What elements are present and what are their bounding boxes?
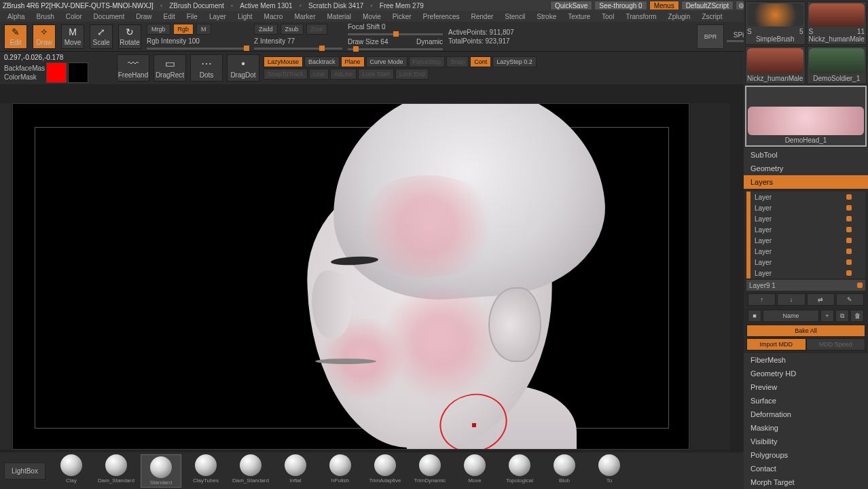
menu-render[interactable]: Render [467,13,499,20]
menu-document[interactable]: Document [89,13,130,20]
brush-clay[interactable]: Clay [51,454,92,488]
line-button[interactable]: Line [309,69,329,79]
lockend-button[interactable]: Lock End [395,69,429,79]
dragrect-stroke-button[interactable]: ▭DragRect [153,54,186,82]
section-surface[interactable]: Surface [744,394,868,408]
focal-shift-slider[interactable] [348,33,443,35]
lazymouse-button[interactable]: LazyMouse [264,56,303,67]
section-fibermesh[interactable]: FiberMesh [744,353,868,367]
layer-dup-button[interactable]: ⧉ [835,310,849,322]
section-geometry[interactable]: Geometry [744,162,868,175]
menu-zplugin[interactable]: Zplugin [664,13,695,20]
bake-all-button[interactable]: Bake All [746,325,865,337]
tool-thumb-demosoldier[interactable]: DemoSoldier_1 [807,46,867,84]
dragdot-stroke-button[interactable]: •DragDot [227,54,259,82]
menu-layer[interactable]: Layer [204,13,231,20]
dots-stroke-button[interactable]: ⋯Dots [190,54,223,82]
section-subtool[interactable]: SubTool [744,148,868,162]
left-gutter[interactable] [0,103,11,450]
lazystep-slider[interactable]: LazyStep 0.2 [492,56,537,67]
menu-picker[interactable]: Picker [388,13,416,20]
rotate-mode-button[interactable]: ↻Rotate [118,24,141,49]
forcestep-button[interactable]: ForceStep [409,56,446,67]
default-zscript[interactable]: DefaultZScript [681,1,734,10]
z-intensity-slider[interactable] [254,48,342,50]
brush-inflat[interactable]: Inflat [275,454,316,488]
layer-row[interactable]: Layer [746,268,865,278]
foreground-color-swatch[interactable] [46,62,67,83]
asline-button[interactable]: AsLine [330,69,357,79]
menu-brush[interactable]: Brush [32,13,59,20]
snaptotrack-button[interactable]: SnapToTrack [264,69,308,79]
section-polygroups[interactable]: Polygroups [744,448,868,462]
layer-row[interactable]: Layer [746,257,865,268]
edit-mode-button[interactable]: ✎Edit [4,24,27,49]
section-morph-target[interactable]: Morph Target [744,475,868,489]
draw-mode-button[interactable]: ✧Draw [33,24,56,49]
rgb-intensity-slider[interactable] [147,48,249,50]
menu-file[interactable]: File [182,13,202,20]
freehand-stroke-button[interactable]: 〰FreeHand [117,54,149,82]
brush-hpolish[interactable]: hPolish [320,454,361,488]
layer-row[interactable]: Layer [746,246,865,257]
zsub-button[interactable]: Zsub [281,24,304,35]
tool-thumb-demohead-active[interactable]: DemoHead_1 [745,86,867,147]
brush-standard[interactable]: Standard [141,454,181,488]
layer-name-field[interactable]: Name [763,310,819,322]
section-geometry-hd[interactable]: Geometry HD [744,367,868,380]
viewport-canvas[interactable] [12,103,689,450]
draw-size-slider[interactable] [348,48,443,50]
brush-trimadaptive[interactable]: TrimAdaptive [365,454,405,488]
brush-trimdynamic[interactable]: TrimDynamic [410,454,450,488]
rgb-button[interactable]: Rgb [173,24,194,35]
menu-preferences[interactable]: Preferences [418,13,465,20]
lightbox-button[interactable]: LightBox [4,463,46,479]
menu-light[interactable]: Light [233,13,257,20]
layer-new-button[interactable]: ✎ [836,293,864,306]
quicksave-button[interactable]: QuickSave [550,1,592,10]
brush-dam_standard[interactable]: Dam_Standard [96,454,137,488]
menu-stencil[interactable]: Stencil [500,13,530,20]
section-layers[interactable]: Layers [744,175,868,189]
tool-thumb-humanmale2[interactable]: Nickz_humanMale [745,46,806,84]
move-mode-button[interactable]: MMove [61,24,84,49]
section-contact[interactable]: Contact [744,462,868,475]
background-color-swatch[interactable] [68,62,88,83]
layer-rec-button[interactable]: ■ [748,310,761,322]
layer-split-button[interactable]: ⇄ [807,293,835,306]
mrgb-button[interactable]: Mrgb [147,24,170,35]
zcut-button[interactable]: Zcut [306,24,328,35]
scale-mode-button[interactable]: ⤢Scale [90,24,113,49]
layer-row[interactable]: Layer [746,202,865,213]
plane-button[interactable]: Plane [341,56,365,67]
menu-macro[interactable]: Macro [259,13,288,20]
brush-to[interactable]: To [589,454,630,488]
menu-movie[interactable]: Movie [358,13,386,20]
layer-row[interactable]: Layer [746,192,865,202]
menu-tool[interactable]: Tool [597,13,619,20]
section-masking[interactable]: Masking [744,421,868,435]
layer-current[interactable]: Layer9 1 [746,280,865,291]
layer-row[interactable]: Layer [746,213,865,224]
snap-button[interactable]: Snap [446,56,469,67]
layer-del-button[interactable]: 🗑 [850,310,864,322]
layer-down-button[interactable]: ↓ [777,293,805,306]
layer-row[interactable]: Layer [746,224,865,235]
brush-blob[interactable]: Blob [544,454,585,488]
tool-thumb-humanmale[interactable]: S11Nickz_humanMale [807,1,867,45]
brush-topological[interactable]: Topological [499,454,540,488]
mdd-speed-slider[interactable]: MDD Speed [806,338,866,350]
tool-thumb-simplebrush[interactable]: S5SimpleBrush [745,1,806,45]
right-gutter[interactable] [691,103,730,450]
lockstart-button[interactable]: Lock Start [358,69,394,79]
menu-texture[interactable]: Texture [563,13,595,20]
menu-transform[interactable]: Transform [621,13,661,20]
layer-up-button[interactable]: ↑ [748,293,776,306]
menu-marker[interactable]: Marker [289,13,320,20]
backtrack-button[interactable]: Backtrack [304,56,340,67]
menu-stroke[interactable]: Stroke [532,13,561,20]
brush-dam_standard[interactable]: Dam_Standard [230,454,271,488]
zadd-button[interactable]: Zadd [254,24,278,35]
cont-button[interactable]: Cont [470,56,491,67]
layer-row[interactable]: Layer [746,235,865,246]
